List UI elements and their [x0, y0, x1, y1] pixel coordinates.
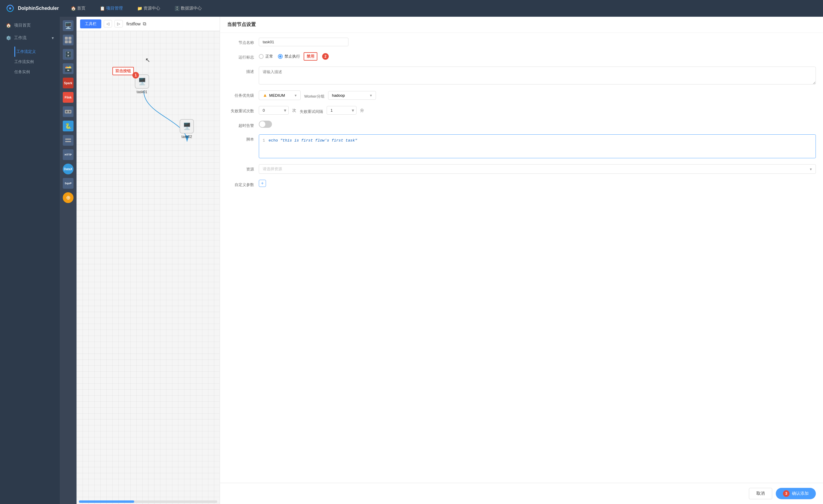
form-row-node-name: 节点名称 [227, 38, 816, 46]
sidebar-group-workflow[interactable]: ⚙️ 工作流 ▾ [0, 32, 60, 44]
form-row-retry: 失败重试次数 0123 次 失败重试间隔 12510 [227, 106, 816, 115]
nav-datasource[interactable]: 🗄️ 数据源中心 [172, 4, 204, 12]
task01-badge: 1 [132, 72, 139, 78]
tool-stored-proc[interactable]: 🗃️ [61, 62, 75, 75]
toolbar-undo[interactable]: ◁ [104, 20, 112, 27]
retry-content: 0123 次 失败重试间隔 12510 分 [259, 106, 816, 115]
svg-point-1 [9, 7, 11, 9]
tool-db[interactable]: 🗄️ [61, 48, 75, 61]
confirm-badge: 3 [783, 490, 790, 497]
top-nav: DolphinScheduler 🏠 首页 📋 项目管理 📁 资源中心 🗄️ 数… [0, 0, 823, 17]
svg-rect-4 [65, 40, 68, 43]
radio-disable[interactable]: 禁止执行 [278, 54, 300, 59]
timeout-content [259, 120, 816, 128]
toolbar-button[interactable]: 工具栏 [80, 19, 101, 28]
sidebar-item-project-home[interactable]: 🏠 项目首页 [0, 19, 60, 32]
timeout-toggle[interactable] [259, 120, 272, 128]
script-line-num: 1 [263, 138, 265, 143]
priority-label: 任务优先级 [227, 90, 254, 98]
desc-textarea[interactable] [259, 66, 816, 84]
tool-sub-workflow[interactable] [61, 33, 75, 47]
confirm-button[interactable]: 3 确认添加 [776, 488, 816, 499]
task-node-task01[interactable]: 1 🖥️ task01 [135, 74, 149, 94]
canvas-toolbar: 工具栏 ◁ ▷ firstflow ⧉ [76, 17, 220, 31]
project-icon: 📋 [100, 6, 105, 11]
resource-icon: 📁 [137, 6, 142, 11]
tool-sqoop[interactable]: SqoP [61, 177, 75, 190]
sidebar-item-workflow-def[interactable]: 工作流定义 [14, 47, 60, 57]
priority-value: MEDIUM [269, 93, 285, 98]
cancel-button[interactable]: 取消 [749, 488, 772, 499]
canvas-arrow-svg [76, 31, 220, 504]
nav-resource[interactable]: 📁 资源中心 [135, 4, 163, 12]
svg-rect-10 [65, 141, 71, 142]
desc-label: 描述 [227, 66, 254, 74]
retry-interval-select[interactable]: 12510 [327, 106, 356, 115]
tool-datax[interactable]: DataX [61, 163, 75, 176]
add-param-button[interactable]: + [259, 180, 266, 187]
main-layout: 🏠 项目首页 ⚙️ 工作流 ▾ 工作流定义 工作流实例 任务实例 🖥️ [0, 17, 823, 504]
retry-times-select[interactable]: 0123 [259, 106, 289, 115]
content-area: 🖥️ 🗄️ 🗃️ Spark [60, 17, 823, 504]
svg-rect-7 [66, 111, 67, 112]
confirm-label: 确认添加 [792, 491, 809, 496]
resource-label: 资源 [227, 164, 254, 172]
node-name-input[interactable] [259, 38, 348, 46]
retry-times-wrapper: 0123 [259, 106, 289, 115]
home-icon: 🏠 [71, 6, 76, 11]
datasource-icon: 🗄️ [175, 6, 180, 11]
worker-group-value: hadoop [332, 93, 345, 98]
radio-normal[interactable]: 正常 [259, 54, 273, 59]
tool-conditions[interactable]: ⊕ [61, 191, 75, 204]
svg-rect-8 [69, 111, 70, 112]
svg-rect-3 [68, 37, 71, 40]
script-editor[interactable]: 1echo "this is first flow's first task" [259, 135, 816, 158]
tool-dependent[interactable] [61, 134, 75, 147]
nav-project[interactable]: 📋 项目管理 [98, 4, 125, 12]
run-flag-content: 正常 禁止执行 禁用 2 [259, 52, 816, 61]
svg-rect-5 [68, 40, 71, 43]
nav-home[interactable]: 🏠 首页 [68, 4, 88, 12]
canvas-panel: 工具栏 ◁ ▷ firstflow ⧉ [76, 17, 220, 504]
sidebar: 🏠 项目首页 ⚙️ 工作流 ▾ 工作流定义 工作流实例 任务实例 [0, 17, 60, 504]
canvas-scrollbar[interactable] [79, 500, 217, 503]
radio-group-run-flag: 正常 禁止执行 [259, 54, 300, 59]
tool-python[interactable]: 🐍 [61, 119, 75, 133]
task02-icon: 🖥️ [180, 119, 194, 134]
form-row-custom-params: 自定义参数 + [227, 180, 816, 188]
priority-arrow-icon: ▾ [295, 93, 297, 98]
custom-params-content: + [259, 180, 816, 187]
svg-rect-9 [65, 139, 71, 140]
tool-icons-sidebar: 🖥️ 🗄️ 🗃️ Spark [60, 17, 76, 504]
annotation-dblclick: 双击按钮 [112, 67, 134, 75]
task-node-task02[interactable]: 🖥️ task02 [180, 119, 194, 139]
resource-select[interactable]: 请选择资源 ▾ [259, 164, 816, 174]
toolbar-flow-name: firstflow [126, 21, 141, 26]
desc-content [259, 66, 816, 84]
radio-disable-circle [278, 54, 283, 59]
toolbar-redo[interactable]: ▷ [115, 20, 123, 27]
form-row-desc: 描述 [227, 66, 816, 84]
priority-dot: ▲ [263, 92, 268, 98]
form-row-priority: 任务优先级 ▲ MEDIUM ▾ Worker分组 hadoop ▾ [227, 90, 816, 100]
priority-select[interactable]: ▲ MEDIUM ▾ [259, 90, 301, 100]
canvas-area[interactable]: 双击按钮 1 🖥️ task01 🖥️ task02 [76, 31, 220, 504]
settings-header: 当前节点设置 [220, 17, 823, 33]
tool-flink[interactable]: Flink [61, 91, 75, 104]
tool-mr[interactable] [61, 105, 75, 118]
annotation-disabled: 禁用 [304, 52, 317, 61]
script-content-text: "this is first flow's first task" [280, 138, 357, 143]
resource-placeholder: 请选择资源 [263, 166, 282, 172]
priority-content: ▲ MEDIUM ▾ Worker分组 hadoop ▾ [259, 90, 816, 100]
tool-spark[interactable]: Spark [61, 76, 75, 89]
sidebar-item-task-inst[interactable]: 任务实例 [14, 67, 60, 77]
resource-arrow-icon: ▾ [810, 167, 812, 171]
task01-label: task01 [137, 90, 147, 94]
settings-body: 节点名称 运行标志 正常 [220, 33, 823, 483]
toolbar-copy-button[interactable]: ⧉ [143, 21, 146, 27]
worker-group-select[interactable]: hadoop ▾ [328, 91, 376, 100]
sidebar-item-workflow-inst[interactable]: 工作流实例 [14, 57, 60, 67]
tool-shell[interactable]: 🖥️ [61, 19, 75, 32]
tool-http[interactable]: HTTP [61, 148, 75, 161]
retry-times-unit: 次 [292, 108, 296, 113]
